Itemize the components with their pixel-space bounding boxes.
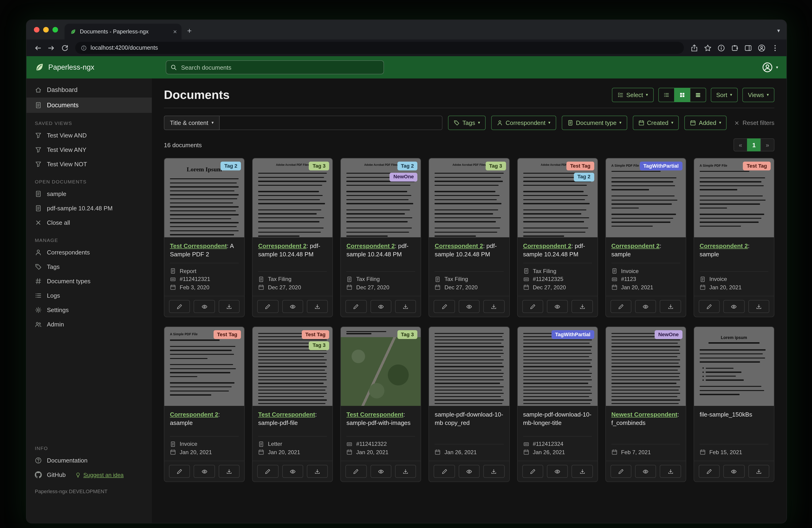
sidebar-item-github[interactable]: GitHub Suggest an idea bbox=[27, 468, 152, 482]
document-card[interactable]: Adobe Acrobat PDF Files Tag 3 Correspond… bbox=[252, 158, 333, 317]
sidebar-item-settings[interactable]: Settings bbox=[27, 303, 152, 317]
address-bar[interactable]: localhost:4200/documents bbox=[75, 42, 684, 54]
browser-profile-icon[interactable] bbox=[758, 44, 766, 52]
document-card[interactable]: NewOne Newest Correspondent: f_combineds… bbox=[605, 327, 686, 482]
document-card[interactable]: Adobe Acrobat PDF Files Tag 3 Correspond… bbox=[429, 158, 509, 317]
download-button[interactable] bbox=[572, 465, 593, 478]
correspondent-link[interactable]: Correspondent 2 bbox=[435, 242, 483, 249]
edit-button[interactable] bbox=[346, 465, 367, 478]
tag-badge[interactable]: Tag 3 bbox=[309, 161, 329, 170]
document-thumbnail[interactable]: A Simple PDF File TagWithPartial bbox=[606, 158, 685, 237]
edit-button[interactable] bbox=[610, 300, 632, 313]
list-view-button[interactable] bbox=[658, 88, 675, 102]
tags-filter-button[interactable]: Tags▾ bbox=[448, 116, 485, 130]
download-button[interactable] bbox=[395, 300, 416, 313]
sort-button[interactable]: Sort▾ bbox=[711, 88, 738, 102]
browser-menu-kebab-icon[interactable] bbox=[771, 44, 779, 52]
correspondent-link[interactable]: Newest Correspondent bbox=[611, 411, 677, 418]
tab-search-chevron-icon[interactable]: ▾ bbox=[777, 27, 780, 34]
sidebar-item-dashboard[interactable]: Dashboard bbox=[27, 82, 152, 98]
correspondent-link[interactable]: Correspondent 2 bbox=[347, 242, 395, 249]
document-card[interactable]: sample-pdf-download-10-mb copy_red Jan 2… bbox=[429, 327, 509, 482]
download-button[interactable] bbox=[660, 465, 681, 478]
back-icon[interactable] bbox=[34, 44, 42, 52]
document-thumbnail[interactable]: Tag 3 bbox=[341, 327, 421, 406]
sidebar-item-close-all[interactable]: Close all bbox=[27, 215, 152, 230]
preview-button[interactable] bbox=[194, 300, 215, 313]
document-thumbnail[interactable]: Lorem ipsum bbox=[694, 327, 774, 406]
document-thumbnail[interactable]: TagWithPartial bbox=[518, 327, 597, 406]
correspondent-link[interactable]: Correspondent 2 bbox=[700, 242, 748, 249]
correspondent-link[interactable]: Correspondent 2 bbox=[523, 242, 571, 249]
tag-badge[interactable]: Tag 3 bbox=[397, 330, 418, 339]
new-tab-button[interactable]: + bbox=[187, 27, 192, 36]
zoom-window-button[interactable] bbox=[53, 27, 58, 32]
edit-button[interactable] bbox=[257, 465, 278, 478]
correspondent-link[interactable]: Correspondent 2 bbox=[258, 242, 306, 249]
tag-badge[interactable]: Tag 2 bbox=[574, 173, 594, 182]
close-window-button[interactable] bbox=[34, 27, 40, 32]
document-thumbnail[interactable]: NewOne bbox=[606, 327, 685, 406]
sidebar-item-sample[interactable]: sample bbox=[27, 187, 152, 201]
document-thumbnail[interactable]: Lorem Ipsum Tag 2 bbox=[164, 158, 244, 237]
edit-button[interactable] bbox=[169, 465, 190, 478]
document-type-filter-button[interactable]: Document type▾ bbox=[562, 116, 627, 130]
filter-text-input[interactable] bbox=[220, 116, 443, 130]
minimize-window-button[interactable] bbox=[43, 27, 49, 32]
grid-view-button[interactable] bbox=[674, 88, 690, 102]
preview-button[interactable] bbox=[194, 465, 215, 478]
download-button[interactable] bbox=[395, 465, 416, 478]
download-button[interactable] bbox=[483, 300, 504, 313]
tag-badge[interactable]: NewOne bbox=[390, 173, 418, 182]
document-thumbnail[interactable] bbox=[429, 327, 509, 406]
preview-button[interactable] bbox=[370, 300, 391, 313]
tag-badge[interactable]: Test Tag bbox=[213, 330, 241, 339]
correspondent-link[interactable]: Correspondent 2 bbox=[170, 411, 218, 418]
edit-button[interactable] bbox=[434, 300, 455, 313]
download-button[interactable] bbox=[219, 300, 240, 313]
download-button[interactable] bbox=[307, 465, 328, 478]
download-button[interactable] bbox=[307, 300, 328, 313]
download-button[interactable] bbox=[572, 300, 593, 313]
sidebar-item-pdf-sample-10-24-48-pm[interactable]: pdf-sample 10.24.48 PM bbox=[27, 201, 152, 215]
preview-button[interactable] bbox=[282, 465, 303, 478]
tag-badge[interactable]: Test Tag bbox=[302, 330, 329, 339]
correspondent-filter-button[interactable]: Correspondent▾ bbox=[491, 116, 556, 130]
preview-button[interactable] bbox=[459, 300, 480, 313]
sidebar-item-logs[interactable]: Logs bbox=[27, 288, 152, 303]
document-thumbnail[interactable]: Adobe Acrobat PDF Files Tag 3 bbox=[429, 158, 509, 237]
document-thumbnail[interactable]: Adobe Acrobat PDF Files Tag 3 bbox=[252, 158, 332, 237]
document-card[interactable]: A Simple PDF File Test Tag Correspondent… bbox=[694, 158, 774, 317]
previous-page-button[interactable]: « bbox=[734, 138, 748, 152]
download-button[interactable] bbox=[483, 465, 504, 478]
edit-button[interactable] bbox=[522, 465, 543, 478]
edit-button[interactable] bbox=[699, 465, 720, 478]
download-button[interactable] bbox=[748, 465, 769, 478]
preview-button[interactable] bbox=[282, 300, 303, 313]
tag-badge[interactable]: Tag 3 bbox=[309, 341, 329, 350]
app-brand[interactable]: Paperless-ngx bbox=[27, 63, 152, 72]
suggest-idea-link[interactable]: Suggest an idea bbox=[75, 472, 124, 478]
correspondent-link[interactable]: Test Correspondent bbox=[258, 411, 315, 418]
sidebar-item-documents[interactable]: Documents bbox=[27, 98, 152, 113]
document-card[interactable]: Lorem Ipsum Tag 2 Test Correspondent: A … bbox=[164, 158, 245, 317]
select-button[interactable]: Select▾ bbox=[612, 88, 653, 102]
added-filter-button[interactable]: Added▾ bbox=[684, 116, 727, 130]
preview-button[interactable] bbox=[547, 300, 568, 313]
reset-filters-button[interactable]: Reset filters bbox=[734, 119, 774, 126]
browser-tab[interactable]: Documents - Paperless-ngx × bbox=[64, 24, 182, 40]
current-page-button[interactable]: 1 bbox=[747, 138, 761, 152]
edit-button[interactable] bbox=[522, 300, 543, 313]
tag-badge[interactable]: NewOne bbox=[655, 330, 682, 339]
preview-button[interactable] bbox=[635, 300, 656, 313]
document-thumbnail[interactable]: A Simple PDF File Test Tag bbox=[694, 158, 774, 237]
tag-badge[interactable]: Tag 2 bbox=[220, 161, 241, 170]
sidebar-item-test-view-not[interactable]: Test View NOT bbox=[27, 157, 152, 171]
tag-badge[interactable]: Tag 3 bbox=[485, 161, 506, 170]
edit-button[interactable] bbox=[610, 465, 632, 478]
detail-view-button[interactable] bbox=[690, 88, 706, 102]
forward-icon[interactable] bbox=[47, 44, 55, 52]
search-input[interactable] bbox=[166, 60, 384, 74]
document-card[interactable]: Adobe Acrobat PDF Files Tag 2NewOne Corr… bbox=[340, 158, 421, 317]
share-icon[interactable] bbox=[690, 44, 698, 52]
